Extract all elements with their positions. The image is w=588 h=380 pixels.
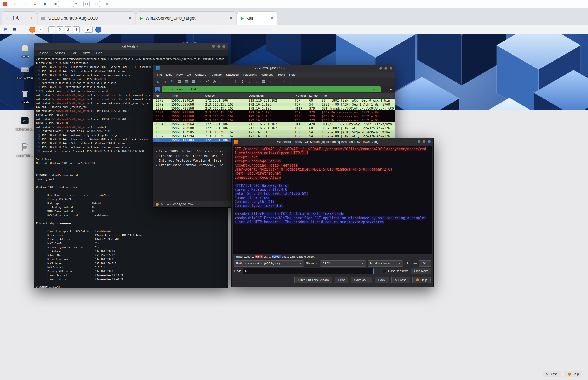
restart-capture-icon[interactable]: ↻ [169, 79, 176, 84]
first-packet-icon[interactable]: ↥ [239, 79, 246, 84]
resize-columns-icon[interactable]: ↔ [288, 79, 294, 84]
background-help-button[interactable]: Help [564, 371, 582, 377]
wireshark-menu-tools[interactable]: Tools [275, 73, 287, 76]
packet-row-1082[interactable]: 108215967.721168213.116.251.162172.16.1.… [153, 114, 395, 118]
display-filter-input[interactable]: tcp.stream eq 104 ⊠ ▾ [162, 86, 381, 92]
save-file-icon[interactable]: ▦ [190, 79, 196, 84]
record-icon[interactable] [3, 2, 7, 6]
wireshark-menu-help[interactable]: Help [287, 73, 298, 76]
annotation-icon[interactable]: ✎ [161, 203, 163, 206]
wireshark-titlebar[interactable]: snort-0204@0117.log [153, 65, 395, 72]
terminal-menu-view[interactable]: View [83, 51, 90, 55]
start-capture-icon[interactable]: ◣ [155, 79, 162, 84]
wireshark-menu-capture[interactable]: Capture [193, 73, 208, 76]
save-as-button[interactable]: Save as… [351, 277, 372, 283]
go-forward-icon[interactable]: → [225, 79, 232, 84]
column-header-src[interactable]: Source [205, 93, 249, 98]
close-button[interactable] [390, 67, 392, 70]
print-button[interactable]: Print [334, 277, 348, 283]
close-file-icon[interactable]: × [197, 79, 204, 84]
background-close-button[interactable]: × Close [543, 371, 561, 377]
workspace-button-2[interactable]: 2 [57, 26, 63, 33]
conversation-select[interactable]: Entire conversation (699 bytes) ▼ [234, 261, 304, 266]
tile-windows-icon[interactable]: ▣ [53, 1, 59, 7]
clipboard-icon[interactable]: ▤ [83, 1, 90, 7]
wireshark-menu-telephony[interactable]: Telephony [241, 73, 259, 76]
filter-dropdown-icon[interactable]: ▾ [377, 88, 379, 91]
case-sensitive-checkbox[interactable] [383, 269, 386, 273]
go-back-icon[interactable]: ← [218, 79, 225, 84]
open-file-icon[interactable]: ▥ [183, 79, 190, 84]
browser-tab-2[interactable]: SEEDUbuntu9-Aug-2010× [38, 11, 136, 25]
column-header-len[interactable]: Length [309, 93, 322, 98]
wireshark-menu-file[interactable]: File [155, 73, 164, 76]
terminal-menu-edit[interactable]: Edit [71, 51, 77, 55]
wireshark-menu-view[interactable]: View [174, 73, 185, 76]
help-button[interactable]: Help [412, 277, 431, 283]
column-header-proto[interactable]: Protocol [295, 93, 309, 98]
dialog-titlebar[interactable]: Wireshark · Follow TCP Stream (tcp.strea… [232, 138, 433, 145]
terminal-menu-session[interactable]: Session [38, 51, 48, 55]
filter-apply-icon[interactable]: → [383, 87, 386, 91]
zoom-reset-icon[interactable]: = [281, 79, 288, 84]
browser-tab-1[interactable]: ⌂主页× [2, 11, 37, 25]
delta-times-select[interactable]: No delta times ▼ [368, 261, 403, 266]
packet-row-1079[interactable]: 107915967.636668213.116.251.162172.16.1.… [153, 102, 395, 107]
column-header-no[interactable]: No. [153, 93, 171, 98]
tab-close-icon[interactable]: × [128, 15, 132, 21]
zoom-out-icon[interactable]: − [274, 79, 280, 84]
workspace-button-4[interactable]: 4 [73, 26, 79, 33]
wireshark-menu-wireless[interactable]: Wireless [259, 73, 275, 76]
firefox-icon[interactable] [29, 27, 36, 33]
packet-row-1078[interactable]: 107815967.289016172.16.1.106213.116.251.… [153, 98, 395, 102]
tab-close-icon[interactable]: × [29, 15, 33, 21]
packet-row-1080[interactable]: 108015967.721168213.116.251.162172.16.1.… [153, 107, 395, 111]
packet-row-1084[interactable]: 108415967.760564172.16.1.106213.116.251.… [153, 122, 395, 126]
terminal-menu-help[interactable]: Help [96, 51, 102, 55]
close-button[interactable] [222, 45, 225, 48]
terminal-panel-icon[interactable]: ▦ [12, 27, 18, 33]
packet-row-1085[interactable]: 108515967.760580172.16.1.106213.116.251.… [153, 126, 395, 130]
notes-icon[interactable]: ▦ [104, 1, 110, 7]
filter-bookmark-icon[interactable] [155, 87, 160, 92]
stream-content[interactable]: GET /msadc/..%C0%AF../..%C0%AF../..%C0%A… [233, 146, 432, 254]
wireshark-menu-analyze[interactable]: Analyze [208, 73, 224, 76]
dropdown-icon[interactable]: ▾ [38, 27, 43, 32]
maximize-button[interactable] [384, 67, 387, 70]
workspace-button-3[interactable]: 3 [65, 26, 71, 33]
zoom-in-icon[interactable]: + [267, 79, 274, 84]
packet-row-1083[interactable]: 108315967.721168213.116.251.162172.16.1.… [153, 118, 395, 122]
packet-row-1086[interactable]: 108615968.137505213.116.251.162172.16.1.… [153, 130, 395, 134]
browser-tab-3[interactable]: ▶Win2kServer_SP0_target× [136, 11, 236, 25]
show-as-select[interactable]: ASCII ▼ [320, 261, 366, 266]
close-button[interactable] [428, 140, 431, 143]
filter-clear-icon[interactable]: ⊠ [373, 88, 375, 91]
maximize-button[interactable] [423, 140, 426, 143]
workspace-button-1[interactable]: 1 [48, 26, 55, 33]
column-header-info[interactable]: Info [322, 93, 395, 98]
wireshark-menu-go[interactable]: Go [185, 73, 193, 76]
capture-toggle-icon[interactable]: ▶| [85, 27, 93, 33]
stop-capture-icon[interactable]: ■ [162, 79, 169, 84]
input-method-icon[interactable] [95, 27, 101, 33]
close-button[interactable]: ×Close [392, 277, 410, 283]
wireshark-menu-edit[interactable]: Edit [164, 73, 174, 76]
column-header-dst[interactable]: Destination [249, 93, 295, 98]
minimize-button[interactable] [212, 45, 215, 48]
auto-scroll-icon[interactable]: ≡ [253, 79, 259, 84]
minimize-button[interactable] [379, 67, 382, 70]
windows-list-icon[interactable]: ▤ [3, 27, 9, 33]
share-icon[interactable]: ▶ [42, 1, 48, 7]
download-icon[interactable]: ↓ [12, 1, 18, 7]
filter-add-icon[interactable]: + [388, 87, 393, 92]
window-icon[interactable]: ▢ [63, 1, 69, 7]
maximize-button[interactable] [217, 45, 220, 48]
last-packet-icon[interactable]: ↓ [246, 79, 253, 84]
terminal-titlebar[interactable]: kali@kali: ~ [34, 43, 228, 50]
packet-row-1081[interactable]: 108115967.721168213.116.251.162172.16.1.… [153, 111, 395, 114]
undo-icon[interactable]: ↩ [22, 1, 28, 7]
tab-close-icon[interactable]: × [229, 15, 233, 21]
wireshark-menu-statistics[interactable]: Statistics [224, 73, 241, 76]
reload-file-icon[interactable]: ↺ [204, 79, 211, 84]
capture-options-icon[interactable]: ▤ [176, 79, 183, 84]
